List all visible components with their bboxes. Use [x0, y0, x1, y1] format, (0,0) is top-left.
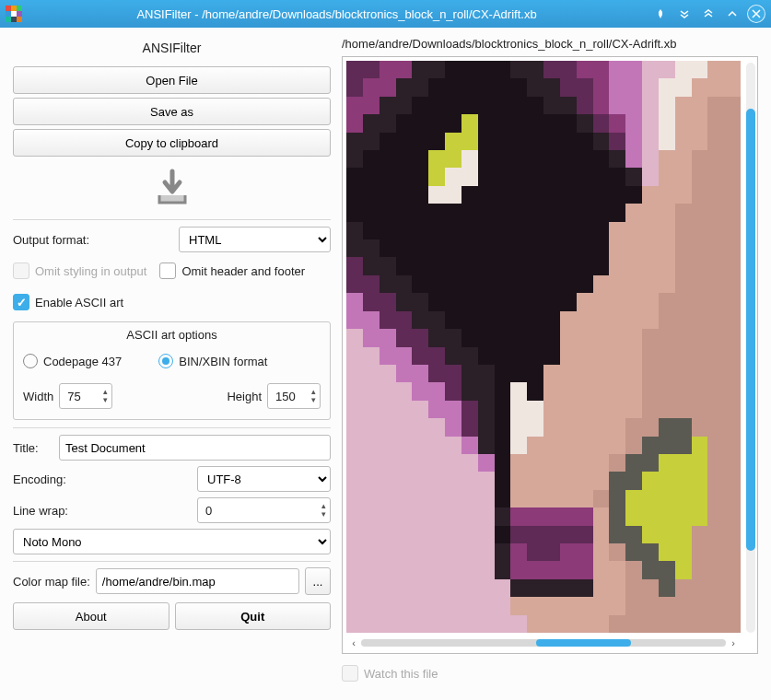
scroll-right-icon: ›: [728, 637, 739, 648]
width-label: Width: [23, 390, 53, 403]
double-down-icon[interactable]: [675, 5, 694, 23]
omit-header-label: Omit header and footer: [181, 264, 305, 278]
ansi-art-preview: [346, 61, 741, 633]
open-file-button[interactable]: Open File: [13, 66, 331, 94]
colormap-input[interactable]: [96, 568, 299, 594]
quit-button[interactable]: Quit: [175, 602, 332, 630]
width-spinner[interactable]: 75 ▴▾: [59, 383, 112, 409]
binxbin-label: BIN/XBIN format: [179, 355, 267, 368]
watch-file-label: Watch this file: [364, 667, 438, 681]
preview-area: ‹ ›: [342, 56, 758, 654]
vertical-scrollbar[interactable]: [746, 63, 755, 633]
titlebar: ANSIFilter - /home/andre/Downloads/block…: [0, 0, 771, 28]
font-select[interactable]: Noto Mono: [13, 529, 331, 554]
omit-styling-label: Omit styling in output: [35, 264, 146, 278]
title-input[interactable]: [59, 435, 331, 461]
title-label: Title:: [13, 441, 53, 455]
encoding-select[interactable]: UTF-8: [197, 466, 331, 492]
height-spinner[interactable]: 150 ▴▾: [267, 383, 321, 409]
encoding-label: Encoding:: [13, 472, 66, 486]
output-format-select[interactable]: HTML: [179, 227, 331, 252]
close-icon[interactable]: [747, 5, 765, 23]
omit-header-checkbox[interactable]: Omit header and footer: [159, 262, 305, 279]
maximize-icon[interactable]: [723, 5, 742, 23]
codepage-radio[interactable]: Codepage 437: [23, 354, 122, 368]
codepage-label: Codepage 437: [43, 355, 122, 368]
left-panel: ANSIFilter Open File Save as Copy to cli…: [13, 37, 331, 687]
pin-icon[interactable]: [651, 5, 670, 23]
save-as-button[interactable]: Save as: [13, 98, 331, 125]
window-title: ANSIFilter - /home/andre/Downloads/block…: [28, 7, 646, 21]
enable-ascii-checkbox[interactable]: Enable ASCII art: [13, 294, 123, 310]
double-up-icon[interactable]: [699, 5, 718, 23]
ascii-options-legend: ASCII art options: [23, 328, 321, 347]
omit-styling-checkbox: Omit styling in output: [13, 262, 146, 279]
download-icon: [13, 160, 331, 214]
right-panel: /home/andre/Downloads/blocktronics_block…: [342, 37, 758, 687]
copy-clipboard-button[interactable]: Copy to clipboard: [13, 129, 331, 157]
about-button[interactable]: About: [13, 602, 169, 630]
app-icon: [6, 6, 22, 22]
horizontal-scrollbar[interactable]: ‹ ›: [348, 636, 739, 649]
enable-ascii-label: Enable ASCII art: [35, 296, 123, 309]
output-format-label: Output format:: [13, 233, 89, 247]
line-wrap-spinner[interactable]: 0 ▴▾: [197, 497, 331, 523]
line-wrap-label: Line wrap:: [13, 504, 68, 518]
watch-file-checkbox: Watch this file: [342, 665, 438, 682]
height-label: Height: [227, 390, 262, 403]
app-name-label: ANSIFilter: [13, 37, 331, 63]
browse-button[interactable]: ...: [305, 567, 331, 595]
ascii-options-group: ASCII art options Codepage 437 BIN/XBIN …: [13, 321, 331, 420]
scroll-left-icon: ‹: [348, 637, 359, 648]
preview-path-label: /home/andre/Downloads/blocktronics_block…: [342, 37, 758, 56]
binxbin-radio[interactable]: BIN/XBIN format: [158, 354, 267, 368]
colormap-label: Color map file:: [13, 575, 90, 589]
